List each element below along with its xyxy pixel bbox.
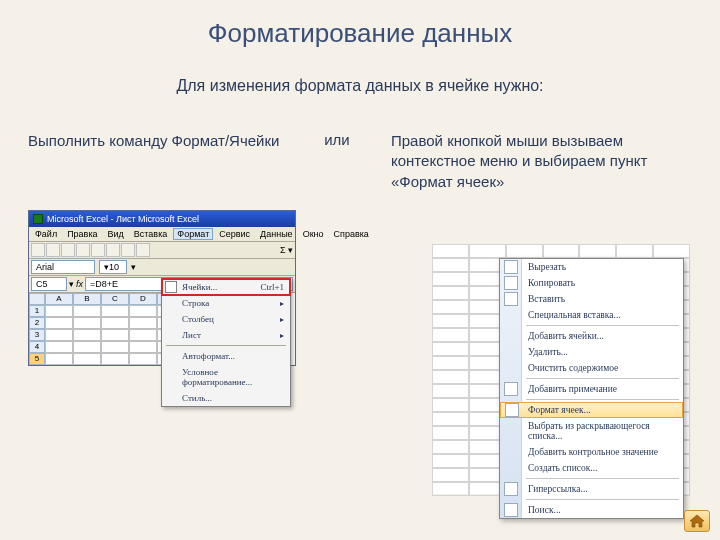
cell[interactable] <box>73 317 101 329</box>
toolbar-button[interactable] <box>76 243 90 257</box>
menubar[interactable]: ФайлПравкаВидВставкаФорматСервисДанныеОк… <box>29 227 295 242</box>
menu-item[interactable]: Строка <box>162 295 290 311</box>
context-menu-item[interactable]: Поиск... <box>500 502 683 518</box>
dropdown-arrow-icon: ▾ <box>69 279 74 289</box>
cell[interactable] <box>101 341 129 353</box>
font-name-box[interactable]: Arial <box>31 260 95 274</box>
toolbar-button[interactable] <box>31 243 45 257</box>
menu-item[interactable]: Стиль... <box>162 390 290 406</box>
toolbar-button[interactable] <box>106 243 120 257</box>
menu-item-правка[interactable]: Правка <box>63 228 101 240</box>
cell[interactable] <box>101 329 129 341</box>
cell[interactable] <box>129 305 157 317</box>
context-menu-item[interactable]: Копировать <box>500 275 683 291</box>
menu-item-файл[interactable]: Файл <box>31 228 61 240</box>
row-header[interactable]: 4 <box>29 341 45 353</box>
menu-item-label: Ячейки... <box>182 282 217 292</box>
font-row: Arial ▾ 10 ▾ <box>29 259 295 276</box>
context-menu-item[interactable]: Создать список... <box>500 460 683 476</box>
col-header[interactable]: B <box>73 293 101 305</box>
col-header[interactable]: C <box>101 293 129 305</box>
cell[interactable] <box>45 305 73 317</box>
menu-item-вставка[interactable]: Вставка <box>130 228 171 240</box>
menu-item[interactable]: Автоформат... <box>162 348 290 364</box>
cell[interactable] <box>101 305 129 317</box>
row-header[interactable]: 3 <box>29 329 45 341</box>
context-item-label: Вставить <box>528 294 565 304</box>
cell[interactable] <box>45 317 73 329</box>
row-header[interactable]: 5 <box>29 353 45 365</box>
row-header[interactable]: 2 <box>29 317 45 329</box>
or-label: или <box>307 131 367 148</box>
right-instruction: Правой кнопкой мыши вызываем контекстное… <box>391 131 692 192</box>
menu-item-формат[interactable]: Формат <box>173 228 213 240</box>
context-item-label: Добавить ячейки... <box>528 331 604 341</box>
submenu-arrow-icon <box>280 330 284 340</box>
context-menu-item[interactable]: Вырезать <box>500 259 683 275</box>
context-menu-item[interactable]: Добавить ячейки... <box>500 328 683 344</box>
menu-item[interactable]: Лист <box>162 327 290 343</box>
cell[interactable] <box>101 353 129 365</box>
context-menu-item[interactable]: Очистить содержимое <box>500 360 683 376</box>
context-item-icon <box>504 292 518 306</box>
cell[interactable] <box>45 329 73 341</box>
menu-item-данные[interactable]: Данные <box>256 228 297 240</box>
toolbar-button[interactable] <box>121 243 135 257</box>
cell[interactable] <box>45 353 73 365</box>
context-menu-item[interactable]: Удалить... <box>500 344 683 360</box>
context-item-icon <box>504 276 518 290</box>
cell[interactable] <box>73 353 101 365</box>
toolbar-button[interactable] <box>46 243 60 257</box>
format-menu-dropdown[interactable]: Ячейки...Ctrl+1СтрокаСтолбецЛистАвтоформ… <box>161 278 291 407</box>
context-item-icon <box>505 403 519 417</box>
context-menu-area: ВырезатьКопироватьВставитьСпециальная вс… <box>465 258 690 519</box>
context-menu[interactable]: ВырезатьКопироватьВставитьСпециальная вс… <box>499 258 684 519</box>
context-menu-item[interactable]: Добавить контрольное значение <box>500 444 683 460</box>
menu-item-справка[interactable]: Справка <box>330 228 373 240</box>
cell[interactable] <box>101 317 129 329</box>
context-item-label: Формат ячеек... <box>528 405 591 415</box>
menu-item-сервис[interactable]: Сервис <box>215 228 254 240</box>
page-title: Форматирование данных <box>0 0 720 49</box>
context-item-label: Удалить... <box>528 347 568 357</box>
shortcut-label: Ctrl+1 <box>260 282 284 292</box>
menu-item-label: Лист <box>182 330 201 340</box>
context-item-label: Добавить контрольное значение <box>528 447 658 457</box>
toolbar-button[interactable] <box>91 243 105 257</box>
menu-item-label: Строка <box>182 298 209 308</box>
font-size-box[interactable]: ▾ 10 <box>99 260 127 274</box>
context-menu-item[interactable]: Вставить <box>500 291 683 307</box>
menu-item[interactable]: Столбец <box>162 311 290 327</box>
cell[interactable] <box>129 329 157 341</box>
menu-item-окно[interactable]: Окно <box>299 228 328 240</box>
context-menu-item[interactable]: Специальная вставка... <box>500 307 683 323</box>
context-menu-item[interactable]: Выбрать из раскрывающегося списка... <box>500 418 683 444</box>
cell[interactable] <box>129 353 157 365</box>
cell[interactable] <box>73 341 101 353</box>
fx-label: fx <box>76 279 83 289</box>
home-button[interactable] <box>684 510 710 532</box>
cell[interactable] <box>129 317 157 329</box>
context-item-label: Очистить содержимое <box>528 363 618 373</box>
submenu-arrow-icon <box>280 314 284 324</box>
name-box[interactable]: C5 <box>31 277 67 291</box>
toolbar-button[interactable] <box>136 243 150 257</box>
cell[interactable] <box>129 341 157 353</box>
toolbar-button[interactable] <box>61 243 75 257</box>
dropdown-arrow-icon: ▾ <box>131 262 136 272</box>
menu-item[interactable]: Ячейки...Ctrl+1 <box>162 279 290 295</box>
context-menu-item[interactable]: Формат ячеек... <box>500 402 683 418</box>
col-header[interactable]: A <box>45 293 73 305</box>
row-header[interactable]: 1 <box>29 305 45 317</box>
col-header[interactable]: D <box>129 293 157 305</box>
toolbar[interactable]: Σ ▾ <box>29 242 295 259</box>
context-menu-item[interactable]: Гиперссылка... <box>500 481 683 497</box>
cell[interactable] <box>73 305 101 317</box>
context-menu-item[interactable]: Добавить примечание <box>500 381 683 397</box>
cell[interactable] <box>73 329 101 341</box>
menu-item-вид[interactable]: Вид <box>104 228 128 240</box>
context-item-icon <box>504 382 518 396</box>
menu-item[interactable]: Условное форматирование... <box>162 364 290 390</box>
cell[interactable] <box>45 341 73 353</box>
context-item-label: Создать список... <box>528 463 597 473</box>
